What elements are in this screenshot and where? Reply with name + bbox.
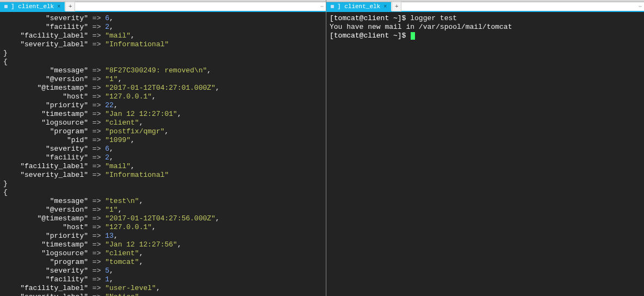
token-plain xyxy=(88,153,92,162)
close-icon[interactable]: × xyxy=(383,4,387,10)
token-key: "program" xyxy=(3,127,88,135)
terminal-line: "facility" => 1, xyxy=(3,275,323,284)
add-tab-button[interactable]: + xyxy=(392,2,401,11)
tab-client-elk-right[interactable]: ] client_elk × xyxy=(326,2,391,11)
token-key: "pid" xyxy=(3,136,88,144)
right-terminal[interactable]: [tomcat@client ~]$ logger testYou have n… xyxy=(326,12,644,296)
token-prompt: [tomcat@client ~]$ xyxy=(330,14,410,22)
token-str: "test\n" xyxy=(105,197,139,205)
cursor xyxy=(411,32,415,40)
terminal-line: "@timestamp" => "2017-01-12T04:27:56.000… xyxy=(3,214,323,223)
token-arrow: => xyxy=(92,206,101,214)
token-arrow: => xyxy=(92,214,101,223)
token-punct: , xyxy=(114,232,118,240)
token-punct: , xyxy=(139,119,144,127)
token-plain xyxy=(88,293,92,296)
token-num: 5 xyxy=(105,267,109,275)
token-plain xyxy=(88,232,92,240)
token-arrow: => xyxy=(92,258,101,266)
token-num: 6 xyxy=(105,14,109,22)
terminal-line: "program" => "postfix/qmgr", xyxy=(3,127,323,136)
terminal-line: } xyxy=(3,180,323,188)
token-plain xyxy=(88,171,92,179)
token-str: "Jan 12 12:27:01" xyxy=(105,110,177,118)
tab-title: ] client_elk xyxy=(11,3,54,10)
token-key: "severity" xyxy=(3,14,88,22)
token-plain xyxy=(88,40,92,48)
token-key: "facility_label" xyxy=(3,284,88,292)
token-key: "severity" xyxy=(3,145,88,153)
token-str: "Informational" xyxy=(105,40,169,48)
token-punct: { xyxy=(3,58,8,66)
token-num: 2 xyxy=(105,23,109,31)
token-arrow: => xyxy=(92,171,101,179)
token-arrow: => xyxy=(92,197,101,205)
token-arrow: => xyxy=(92,223,101,231)
token-key: "severity_label" xyxy=(3,40,88,48)
terminal-line: "host" => "127.0.0.1", xyxy=(3,223,323,232)
token-str: "1099" xyxy=(105,136,131,144)
token-punct: { xyxy=(3,188,8,196)
token-punct: } xyxy=(3,180,8,188)
terminal-line: "pid" => "1099", xyxy=(3,136,323,145)
left-terminal[interactable]: "severity" => 6, "facility" => 2, "facil… xyxy=(0,12,326,296)
token-plain xyxy=(88,284,92,292)
token-punct: , xyxy=(164,127,169,135)
token-punct: , xyxy=(118,206,122,214)
token-punct: , xyxy=(139,258,144,266)
token-key: "@timestamp" xyxy=(3,84,88,92)
token-plain xyxy=(88,206,92,214)
terminal-line: "message" => "test\n", xyxy=(3,197,323,206)
token-key: "severity_label" xyxy=(3,171,88,179)
token-plain: logger test xyxy=(410,14,457,22)
tab-title: ] client_elk xyxy=(337,3,380,10)
left-pane: ] client_elk × + ⋯ "severity" => 6, "fac… xyxy=(0,0,326,296)
token-arrow: => xyxy=(92,284,101,292)
token-key: "severity" xyxy=(3,267,88,275)
token-arrow: => xyxy=(92,275,101,283)
token-plain xyxy=(88,145,92,153)
token-punct: , xyxy=(152,223,156,231)
token-arrow: => xyxy=(92,249,101,257)
token-arrow: => xyxy=(92,75,101,83)
close-icon[interactable]: × xyxy=(57,4,60,10)
terminal-line: "program" => "tomcat", xyxy=(3,258,323,267)
token-key: "program" xyxy=(3,258,88,266)
tab-dot-icon xyxy=(4,5,8,8)
add-tab-button[interactable]: + xyxy=(65,2,75,11)
token-plain xyxy=(88,101,92,109)
token-key: "@version" xyxy=(3,75,88,83)
terminal-line: "message" => "8F27C300249: removed\n", xyxy=(3,66,323,75)
token-arrow: => xyxy=(92,110,101,118)
token-key: "timestamp" xyxy=(3,110,88,118)
terminal-line: "logsource" => "client", xyxy=(3,249,323,258)
token-punct: , xyxy=(114,101,118,109)
token-punct: , xyxy=(109,153,114,162)
token-arrow: => xyxy=(92,232,101,240)
terminal-line: [tomcat@client ~]$ xyxy=(330,32,641,40)
window-controls-icon[interactable]: ⋯ xyxy=(636,3,644,10)
token-punct: , xyxy=(177,110,182,118)
tab-client-elk-left[interactable]: ] client_elk × xyxy=(0,2,65,11)
token-key: "facility" xyxy=(3,153,88,162)
token-plain xyxy=(88,119,92,127)
token-plain xyxy=(88,92,92,101)
token-arrow: => xyxy=(92,23,101,31)
token-num: 13 xyxy=(105,232,114,240)
token-key: "timestamp" xyxy=(3,240,88,249)
window-controls-icon[interactable]: ⋯ xyxy=(318,3,326,10)
token-punct: , xyxy=(109,23,114,31)
token-str: "Notice" xyxy=(105,293,139,296)
terminal-line: { xyxy=(3,188,323,197)
token-str: "client" xyxy=(105,119,139,127)
terminal-line: "severity" => 6, xyxy=(3,145,323,153)
token-key: "facility_label" xyxy=(3,162,88,170)
token-key: "host" xyxy=(3,223,88,231)
token-key: "message" xyxy=(3,66,88,75)
token-arrow: => xyxy=(92,136,101,144)
token-key: "severity_label" xyxy=(3,293,88,296)
token-str: "tomcat" xyxy=(105,258,139,266)
token-punct: , xyxy=(109,275,114,283)
token-arrow: => xyxy=(92,293,101,296)
token-str: "2017-01-12T04:27:01.000Z" xyxy=(105,84,215,92)
